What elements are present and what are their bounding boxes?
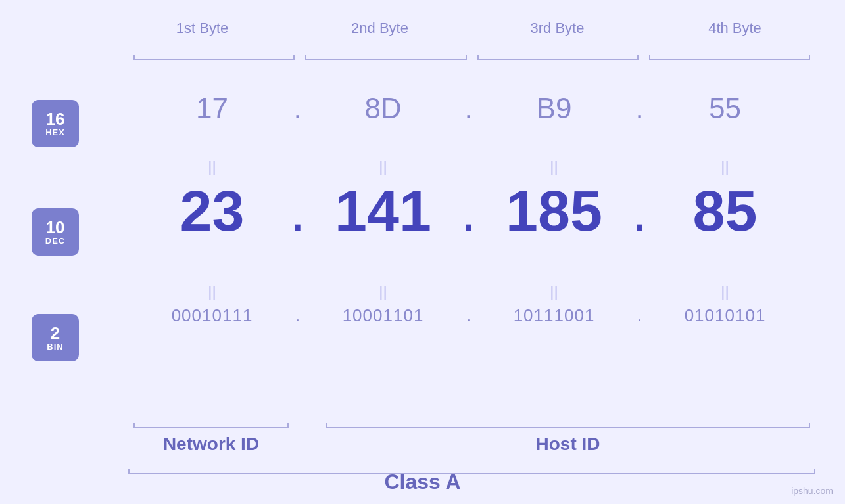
- main-container: 16 HEX 10 DEC 2 BIN 1st Byte 2nd Byte 3r…: [0, 0, 845, 504]
- dec-val-2: 141: [311, 182, 456, 240]
- equals-row-2: || || || ||: [0, 283, 845, 301]
- hex-val-3: B9: [482, 92, 627, 125]
- equals-1-4: ||: [653, 158, 798, 176]
- equals-1-2: ||: [311, 158, 456, 176]
- bin-val-1: 00010111: [140, 306, 285, 326]
- dec-val-3: 185: [482, 182, 627, 240]
- top-bracket-4: [649, 51, 810, 64]
- equals-2-2: ||: [311, 283, 456, 301]
- top-bracket-2: [305, 51, 466, 64]
- header-byte4: 4th Byte: [646, 20, 824, 37]
- hex-dot-1: .: [285, 92, 311, 125]
- header-byte2: 2nd Byte: [291, 20, 469, 37]
- host-id-label: Host ID: [320, 434, 815, 455]
- top-bracket-1: [133, 51, 295, 64]
- equals-2-3: ||: [482, 283, 627, 301]
- top-brackets: [128, 51, 815, 64]
- hex-dot-2: .: [456, 92, 482, 125]
- hex-badge-label: HEX: [45, 127, 65, 137]
- column-headers: 1st Byte 2nd Byte 3rd Byte 4th Byte: [0, 20, 845, 37]
- bin-row: 00010111 . 10001101 . 10111001 . 0101010…: [0, 306, 845, 326]
- dec-dot-1: .: [285, 177, 311, 244]
- hex-dot-3: .: [627, 92, 653, 125]
- bin-badge-label: BIN: [47, 342, 63, 352]
- bin-dot-1: .: [285, 306, 311, 326]
- hex-val-4: 55: [653, 92, 798, 125]
- header-byte3: 3rd Byte: [469, 20, 646, 37]
- bin-dot-2: .: [456, 306, 482, 326]
- dec-dot-3: .: [627, 177, 653, 244]
- bin-val-3: 10111001: [482, 306, 627, 326]
- id-labels: Network ID Host ID: [128, 434, 815, 455]
- bin-dot-3: .: [627, 306, 653, 326]
- hex-row: 17 . 8D . B9 . 55: [0, 92, 845, 125]
- network-id-label: Network ID: [128, 434, 294, 455]
- bin-badge-num: 2: [51, 325, 60, 342]
- watermark: ipshu.com: [791, 486, 833, 496]
- equals-2-4: ||: [653, 283, 798, 301]
- dec-dot-2: .: [456, 177, 482, 244]
- hex-val-2: 8D: [311, 92, 456, 125]
- equals-1-1: ||: [140, 158, 285, 176]
- dec-val-4: 85: [653, 182, 798, 240]
- dec-row: 23 . 141 . 185 . 85: [0, 177, 845, 244]
- bin-val-2: 10001101: [311, 306, 456, 326]
- equals-row-1: || || || ||: [0, 158, 845, 176]
- bin-val-4: 01010101: [653, 306, 798, 326]
- header-byte1: 1st Byte: [114, 20, 291, 37]
- equals-2-1: ||: [140, 283, 285, 301]
- hex-val-1: 17: [140, 92, 285, 125]
- class-a-label: Class A: [0, 470, 845, 494]
- dec-val-1: 23: [140, 182, 285, 240]
- top-bracket-3: [477, 51, 639, 64]
- equals-1-3: ||: [482, 158, 627, 176]
